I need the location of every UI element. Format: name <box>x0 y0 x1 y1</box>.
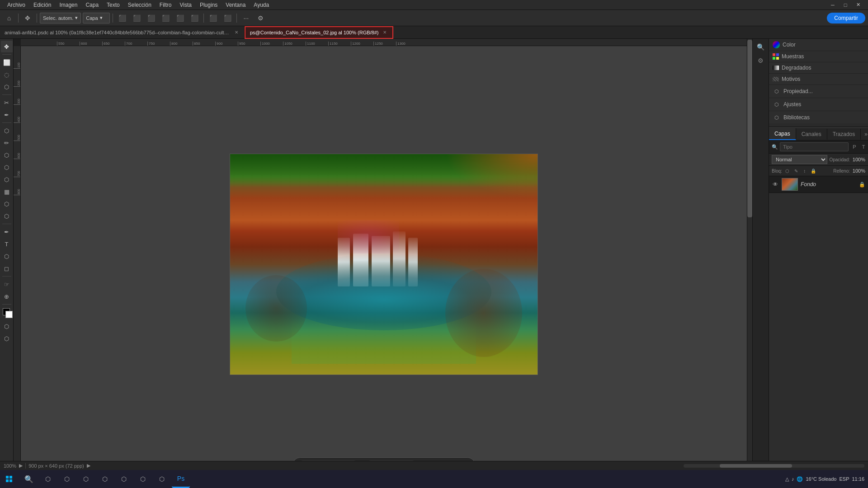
menu-item-edicion[interactable]: Edición <box>30 1 55 9</box>
taskbar-app-2[interactable]: ⬡ <box>58 470 76 488</box>
align-top-button[interactable]: ⬛ <box>159 12 172 24</box>
filter-adjust-icon[interactable]: T <box>859 143 868 151</box>
maximize-button[interactable]: □ <box>839 0 852 10</box>
menu-item-capa[interactable]: Capa <box>82 1 102 9</box>
screen-mode-toggle[interactable]: ⬡ <box>1 333 13 344</box>
brush-tool[interactable]: ✏ <box>1 137 13 149</box>
tab-paths[interactable]: Trazados <box>827 129 861 140</box>
color-panel-label: Color <box>783 42 796 48</box>
taskbar-app-3[interactable]: ⬡ <box>77 470 95 488</box>
dodge-tool[interactable]: ⬡ <box>1 210 13 222</box>
align-right-button[interactable]: ⬛ <box>145 12 157 24</box>
clone-stamp-tool[interactable]: ⬡ <box>1 149 13 161</box>
taskbar-app-6[interactable]: ⬡ <box>134 470 152 488</box>
blend-mode-select[interactable]: Normal <box>772 155 827 164</box>
distribute-h-button[interactable]: ⬛ <box>207 12 219 24</box>
toolbar-separator-5 <box>236 14 237 23</box>
layer-dropdown[interactable]: Capa ▾ <box>83 13 110 23</box>
align-center-h-button[interactable]: ⬛ <box>130 12 143 24</box>
tab-1-close[interactable]: ✕ <box>233 29 240 36</box>
shape-tool[interactable]: ◻ <box>1 263 13 274</box>
search-icon[interactable]: 🔍 <box>755 41 767 53</box>
layers-expand-button[interactable]: » <box>861 129 868 139</box>
zoom-tool[interactable]: ⊕ <box>1 291 13 302</box>
home-button[interactable]: ⌂ <box>3 12 15 24</box>
crop-tool[interactable]: ✂ <box>1 97 13 108</box>
path-selection-tool[interactable]: ⬡ <box>1 250 13 262</box>
heal-brush-tool[interactable]: ⬡ <box>1 125 13 136</box>
gradients-panel-item[interactable]: Degradados <box>769 62 868 74</box>
menu-item-filtro[interactable]: Filtro <box>156 1 175 9</box>
canvas-wrapper: 550 600 650 700 750 800 850 900 950 1000… <box>14 39 752 488</box>
lock-transparent-icon[interactable]: ⬡ <box>784 167 791 174</box>
adjustments-panel-item[interactable]: ⬡ Ajustes <box>769 98 868 111</box>
panel-settings-icon[interactable]: ⚙ <box>755 54 767 67</box>
properties-panel-item[interactable]: ⬡ Propiedad... <box>769 85 868 98</box>
move-tool-button[interactable]: ✥ <box>21 12 34 24</box>
color-swatches[interactable] <box>1 306 13 318</box>
canvas-image[interactable] <box>230 154 538 375</box>
libraries-panel-item[interactable]: ⬡ Bibliotecas <box>769 111 868 124</box>
menu-item-vista[interactable]: Vista <box>176 1 195 9</box>
lock-move-icon[interactable]: ↕ <box>801 167 808 174</box>
minimize-button[interactable]: ─ <box>826 0 839 10</box>
menu-item-imagen[interactable]: Imagen <box>56 1 81 9</box>
gradient-tool[interactable]: ▦ <box>1 186 13 197</box>
layers-search-input[interactable] <box>780 142 849 151</box>
status-bar: 100% ▶ 900 px × 640 px (72 ppp) ▶ <box>0 461 868 470</box>
windows-start-button[interactable] <box>0 470 18 488</box>
notification-icon[interactable]: △ <box>785 476 789 482</box>
quick-mask-toggle[interactable]: ⬡ <box>1 320 13 332</box>
taskbar-app-5[interactable]: ⬡ <box>115 470 133 488</box>
text-tool[interactable]: T <box>1 238 13 250</box>
lock-all-icon[interactable]: 🔒 <box>810 167 817 174</box>
distribute-v-button[interactable]: ⬛ <box>221 12 234 24</box>
align-bottom-button[interactable]: ⬛ <box>188 12 201 24</box>
menu-item-seleccion[interactable]: Selección <box>124 1 155 9</box>
magic-wand-tool[interactable]: ⬡ <box>1 81 13 93</box>
lock-paint-icon[interactable]: ✎ <box>793 167 800 174</box>
layer-item-fondo[interactable]: 👁 Fondo 🔒 <box>769 176 868 193</box>
tab-layers[interactable]: Capas <box>769 128 796 140</box>
pen-tool[interactable]: ✒ <box>1 226 13 238</box>
network-icon[interactable]: 🌐 <box>797 476 803 482</box>
move-tool[interactable]: ✥ <box>1 41 13 52</box>
menu-item-texto[interactable]: Texto <box>103 1 123 9</box>
share-button[interactable]: Compartir <box>827 13 865 23</box>
taskbar-app-1[interactable]: ⬡ <box>39 470 57 488</box>
auto-select-dropdown[interactable]: Selec. autom. ▾ <box>40 13 81 23</box>
layer-visibility-toggle[interactable]: 👁 <box>772 181 779 188</box>
align-left-button[interactable]: ⬛ <box>116 12 128 24</box>
hand-tool[interactable]: ☞ <box>1 278 13 290</box>
patterns-panel-item[interactable]: Motivos <box>769 74 868 85</box>
tab-channels[interactable]: Canales <box>796 129 827 140</box>
history-brush-tool[interactable]: ⬡ <box>1 161 13 173</box>
color-panel-item[interactable]: Color <box>769 39 868 51</box>
align-center-v-button[interactable]: ⬛ <box>174 12 186 24</box>
taskbar-app-7[interactable]: ⬡ <box>153 470 171 488</box>
more-options-button[interactable]: ··· <box>240 12 252 24</box>
eraser-tool[interactable]: ⬡ <box>1 174 13 185</box>
menu-item-archivo[interactable]: Archivo <box>4 1 29 9</box>
tab-2-close[interactable]: ✕ <box>382 29 388 36</box>
volume-icon[interactable]: ♪ <box>792 476 794 482</box>
filter-pixel-icon[interactable]: P <box>850 143 859 151</box>
close-button[interactable]: ✕ <box>852 0 864 10</box>
settings-button[interactable]: ⚙ <box>254 12 267 24</box>
eyedropper-tool[interactable]: ✒ <box>1 109 13 121</box>
document-tab-1[interactable]: animali-anfibi1.psdc al 100% (0a1f8c38e1… <box>0 26 245 39</box>
background-color[interactable] <box>5 311 13 318</box>
lasso-tool[interactable]: ◌ <box>1 69 13 80</box>
selection-rect-tool[interactable]: ⬜ <box>1 56 13 68</box>
scroll-bar-h[interactable] <box>684 464 864 468</box>
vertical-scrollbar[interactable] <box>747 39 752 483</box>
blur-tool[interactable]: ⬡ <box>1 198 13 210</box>
menu-item-plugins[interactable]: Plugins <box>196 1 221 9</box>
taskbar-app-4[interactable]: ⬡ <box>96 470 114 488</box>
taskbar-photoshop[interactable]: Ps <box>172 470 190 488</box>
menu-item-ayuda[interactable]: Ayuda <box>250 1 273 9</box>
document-tab-2[interactable]: ps@Contenido_CaNo_Cristales_02.jpg al 10… <box>245 26 393 39</box>
menu-item-ventana[interactable]: Ventana <box>222 1 249 9</box>
swatches-panel-item[interactable]: Muestras <box>769 51 868 62</box>
taskbar-search[interactable]: 🔍 <box>20 470 38 488</box>
